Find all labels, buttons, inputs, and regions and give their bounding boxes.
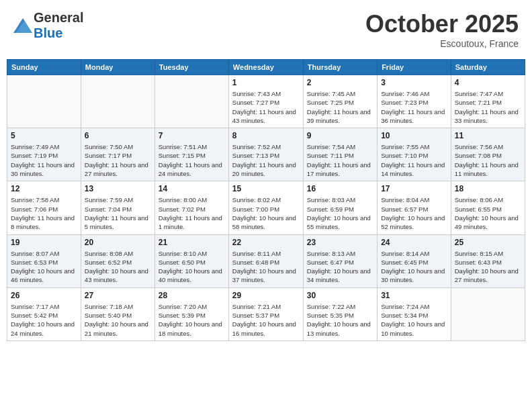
day-number: 31 (381, 291, 447, 300)
table-row: 3Sunrise: 7:46 AM Sunset: 7:23 PM Daylig… (378, 75, 451, 128)
day-number: 22 (232, 238, 300, 247)
calendar-header-row: Sunday Monday Tuesday Wednesday Thursday… (7, 60, 525, 75)
table-row: 7Sunrise: 7:51 AM Sunset: 7:15 PM Daylig… (154, 128, 228, 181)
day-number: 19 (11, 238, 77, 247)
day-info: Sunrise: 7:56 AM Sunset: 7:08 PM Dayligh… (455, 142, 521, 178)
day-number: 28 (159, 291, 225, 300)
day-info: Sunrise: 8:11 AM Sunset: 6:48 PM Dayligh… (232, 249, 300, 285)
page-header: General Blue October 2025 Escoutoux, Fra… (7, 7, 525, 52)
day-number: 29 (232, 291, 300, 300)
table-row: 21Sunrise: 8:10 AM Sunset: 6:50 PM Dayli… (154, 234, 228, 287)
day-info: Sunrise: 7:46 AM Sunset: 7:23 PM Dayligh… (381, 89, 447, 125)
location: Escoutoux, France (365, 38, 519, 49)
table-row: 5Sunrise: 7:49 AM Sunset: 7:19 PM Daylig… (7, 128, 81, 181)
table-row: 2Sunrise: 7:45 AM Sunset: 7:25 PM Daylig… (303, 75, 377, 128)
day-number: 16 (307, 184, 373, 193)
table-row: 29Sunrise: 7:21 AM Sunset: 5:37 PM Dayli… (228, 287, 303, 340)
day-info: Sunrise: 7:17 AM Sunset: 5:42 PM Dayligh… (11, 302, 77, 338)
calendar-week-row: 12Sunrise: 7:58 AM Sunset: 7:06 PM Dayli… (7, 181, 525, 234)
col-thursday: Thursday (303, 60, 377, 75)
table-row: 17Sunrise: 8:04 AM Sunset: 6:57 PM Dayli… (378, 181, 451, 234)
calendar-week-row: 19Sunrise: 8:07 AM Sunset: 6:53 PM Dayli… (7, 234, 525, 287)
table-row: 25Sunrise: 8:15 AM Sunset: 6:43 PM Dayli… (451, 234, 525, 287)
day-info: Sunrise: 8:10 AM Sunset: 6:50 PM Dayligh… (159, 249, 225, 285)
day-info: Sunrise: 7:52 AM Sunset: 7:13 PM Dayligh… (232, 142, 300, 178)
day-info: Sunrise: 7:59 AM Sunset: 7:04 PM Dayligh… (85, 195, 151, 231)
day-info: Sunrise: 7:18 AM Sunset: 5:40 PM Dayligh… (85, 302, 151, 338)
table-row: 14Sunrise: 8:00 AM Sunset: 7:02 PM Dayli… (154, 181, 228, 234)
calendar-table: Sunday Monday Tuesday Wednesday Thursday… (7, 59, 525, 341)
table-row: 20Sunrise: 8:08 AM Sunset: 6:52 PM Dayli… (81, 234, 154, 287)
day-info: Sunrise: 8:03 AM Sunset: 6:59 PM Dayligh… (307, 195, 373, 231)
col-monday: Monday (81, 60, 154, 75)
table-row: 26Sunrise: 7:17 AM Sunset: 5:42 PM Dayli… (7, 287, 81, 340)
table-row: 16Sunrise: 8:03 AM Sunset: 6:59 PM Dayli… (303, 181, 377, 234)
day-number: 27 (85, 291, 151, 300)
col-wednesday: Wednesday (228, 60, 303, 75)
day-info: Sunrise: 7:22 AM Sunset: 5:35 PM Dayligh… (307, 302, 373, 338)
table-row: 31Sunrise: 7:24 AM Sunset: 5:34 PM Dayli… (378, 287, 451, 340)
day-number: 2 (307, 78, 373, 87)
table-row: 9Sunrise: 7:54 AM Sunset: 7:11 PM Daylig… (303, 128, 377, 181)
table-row: 22Sunrise: 8:11 AM Sunset: 6:48 PM Dayli… (228, 234, 303, 287)
day-info: Sunrise: 7:58 AM Sunset: 7:06 PM Dayligh… (11, 195, 77, 231)
day-info: Sunrise: 7:47 AM Sunset: 7:21 PM Dayligh… (455, 89, 521, 125)
table-row: 15Sunrise: 8:02 AM Sunset: 7:00 PM Dayli… (228, 181, 303, 234)
day-info: Sunrise: 8:15 AM Sunset: 6:43 PM Dayligh… (455, 249, 521, 285)
day-number: 5 (11, 131, 77, 140)
day-number: 9 (307, 131, 373, 140)
logo-blue: Blue (34, 26, 62, 40)
table-row: 13Sunrise: 7:59 AM Sunset: 7:04 PM Dayli… (81, 181, 154, 234)
day-number: 8 (232, 131, 300, 140)
logo-general: General (34, 10, 83, 25)
day-info: Sunrise: 7:21 AM Sunset: 5:37 PM Dayligh… (232, 302, 300, 338)
title-area: October 2025 Escoutoux, France (365, 10, 519, 49)
table-row: 30Sunrise: 7:22 AM Sunset: 5:35 PM Dayli… (303, 287, 377, 340)
table-row: 24Sunrise: 8:14 AM Sunset: 6:45 PM Dayli… (378, 234, 451, 287)
table-row: 8Sunrise: 7:52 AM Sunset: 7:13 PM Daylig… (228, 128, 303, 181)
day-number: 17 (381, 184, 447, 193)
col-saturday: Saturday (451, 60, 525, 75)
day-info: Sunrise: 7:54 AM Sunset: 7:11 PM Dayligh… (307, 142, 373, 178)
day-number: 6 (85, 131, 151, 140)
day-number: 23 (307, 238, 373, 247)
day-info: Sunrise: 7:45 AM Sunset: 7:25 PM Dayligh… (307, 89, 373, 125)
table-row: 12Sunrise: 7:58 AM Sunset: 7:06 PM Dayli… (7, 181, 81, 234)
day-info: Sunrise: 8:06 AM Sunset: 6:55 PM Dayligh… (455, 195, 521, 231)
table-row (154, 75, 228, 128)
logo: General Blue (13, 10, 83, 41)
day-info: Sunrise: 7:43 AM Sunset: 7:27 PM Dayligh… (232, 89, 300, 125)
day-number: 15 (232, 184, 300, 193)
day-info: Sunrise: 7:20 AM Sunset: 5:39 PM Dayligh… (159, 302, 225, 338)
day-number: 18 (455, 184, 521, 193)
day-number: 10 (381, 131, 447, 140)
day-info: Sunrise: 8:04 AM Sunset: 6:57 PM Dayligh… (381, 195, 447, 231)
day-info: Sunrise: 7:50 AM Sunset: 7:17 PM Dayligh… (85, 142, 151, 178)
day-number: 13 (85, 184, 151, 193)
table-row: 4Sunrise: 7:47 AM Sunset: 7:21 PM Daylig… (451, 75, 525, 128)
table-row: 11Sunrise: 7:56 AM Sunset: 7:08 PM Dayli… (451, 128, 525, 181)
day-number: 7 (159, 131, 225, 140)
table-row: 18Sunrise: 8:06 AM Sunset: 6:55 PM Dayli… (451, 181, 525, 234)
col-friday: Friday (378, 60, 451, 75)
table-row: 19Sunrise: 8:07 AM Sunset: 6:53 PM Dayli… (7, 234, 81, 287)
day-number: 14 (159, 184, 225, 193)
day-info: Sunrise: 7:24 AM Sunset: 5:34 PM Dayligh… (381, 302, 447, 338)
calendar-week-row: 26Sunrise: 7:17 AM Sunset: 5:42 PM Dayli… (7, 287, 525, 340)
day-info: Sunrise: 8:13 AM Sunset: 6:47 PM Dayligh… (307, 249, 373, 285)
day-info: Sunrise: 8:02 AM Sunset: 7:00 PM Dayligh… (232, 195, 300, 231)
day-number: 24 (381, 238, 447, 247)
calendar-week-row: 5Sunrise: 7:49 AM Sunset: 7:19 PM Daylig… (7, 128, 525, 181)
day-info: Sunrise: 8:08 AM Sunset: 6:52 PM Dayligh… (85, 249, 151, 285)
day-info: Sunrise: 7:55 AM Sunset: 7:10 PM Dayligh… (381, 142, 447, 178)
table-row: 28Sunrise: 7:20 AM Sunset: 5:39 PM Dayli… (154, 287, 228, 340)
day-info: Sunrise: 8:14 AM Sunset: 6:45 PM Dayligh… (381, 249, 447, 285)
day-number: 4 (455, 78, 521, 87)
table-row: 23Sunrise: 8:13 AM Sunset: 6:47 PM Dayli… (303, 234, 377, 287)
table-row: 1Sunrise: 7:43 AM Sunset: 7:27 PM Daylig… (228, 75, 303, 128)
logo-icon (13, 18, 32, 33)
day-info: Sunrise: 8:07 AM Sunset: 6:53 PM Dayligh… (11, 249, 77, 285)
day-number: 3 (381, 78, 447, 87)
table-row: 10Sunrise: 7:55 AM Sunset: 7:10 PM Dayli… (378, 128, 451, 181)
day-number: 11 (455, 131, 521, 140)
